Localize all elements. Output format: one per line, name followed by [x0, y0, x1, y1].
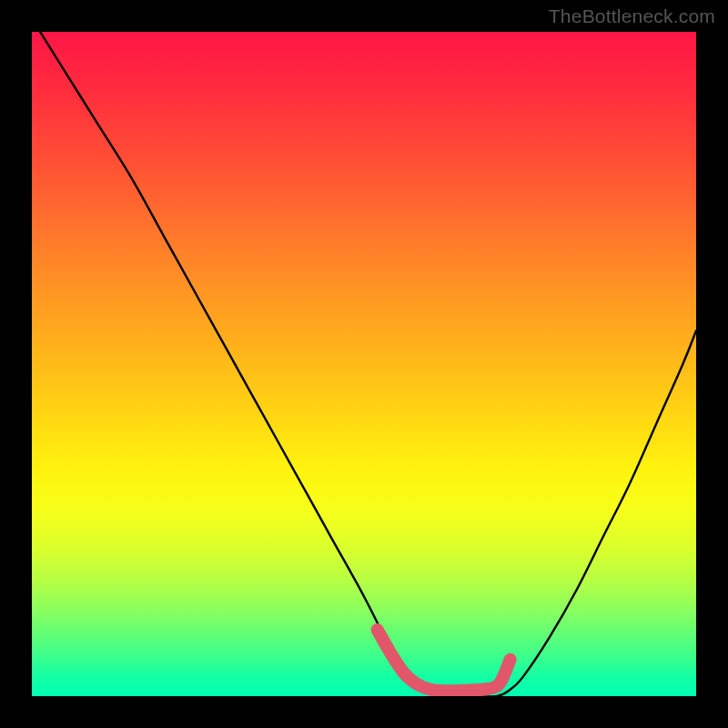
chart-frame: TheBottleneck.com — [0, 0, 728, 728]
bottleneck-curve-path — [32, 32, 696, 696]
plot-area — [32, 32, 696, 696]
watermark-text: TheBottleneck.com — [549, 5, 715, 27]
curve-layer — [32, 32, 696, 696]
optimal-band-path — [378, 630, 511, 691]
